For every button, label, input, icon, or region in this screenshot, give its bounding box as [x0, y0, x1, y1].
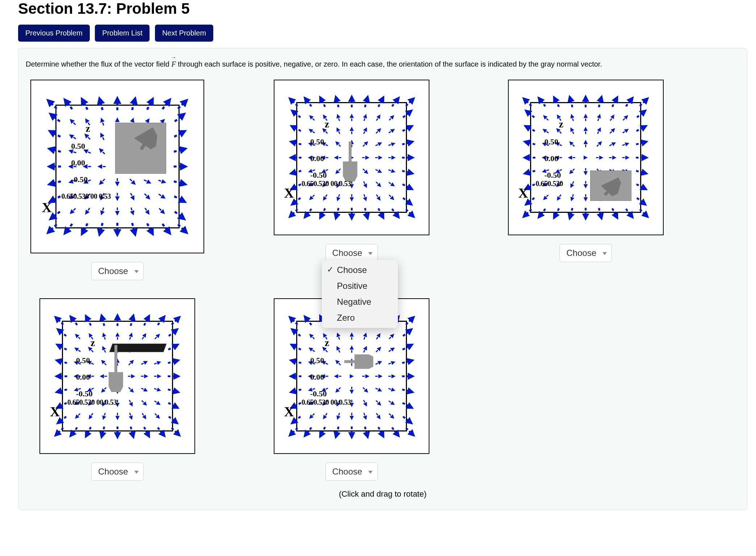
svg-line-83	[137, 134, 156, 149]
svg-line-149	[363, 169, 366, 172]
svg-line-221	[572, 194, 574, 199]
z-tick-labels-1: z 0.50 0.00 -0.50	[71, 123, 90, 191]
svg-line-110	[403, 111, 410, 117]
svg-line-215	[572, 116, 574, 121]
dropdown-option-positive[interactable]: Positive	[322, 278, 398, 294]
svg-line-238	[609, 143, 614, 146]
svg-line-187	[527, 111, 534, 117]
select-wrap-5: Choose	[326, 463, 378, 481]
svg-line-265	[102, 426, 104, 435]
svg-line-300	[103, 348, 105, 352]
normal-vector-2	[343, 138, 357, 181]
svg-line-258	[131, 317, 133, 325]
svg-line-230	[598, 129, 600, 134]
plot-frame-4[interactable]: z 0.50 0.00 -0.50 X 0.650.530 00 0.53	[39, 298, 195, 454]
svg-line-178	[525, 209, 532, 215]
svg-line-100	[378, 208, 383, 216]
svg-line-347	[306, 427, 311, 435]
svg-line-81	[159, 208, 163, 212]
svg-line-387	[337, 387, 340, 391]
svg-line-92	[392, 99, 398, 106]
svg-line-93	[406, 100, 412, 106]
nav-buttons: Previous Problem Problem List Next Probl…	[18, 25, 756, 42]
svg-line-260	[158, 318, 164, 325]
svg-line-157	[376, 182, 379, 185]
svg-line-3	[83, 101, 88, 110]
x-axis-label-1: X	[42, 199, 52, 215]
svg-line-277	[59, 416, 66, 422]
svg-line-32	[175, 212, 183, 218]
svg-line-253	[56, 318, 63, 324]
svg-line-278	[169, 330, 176, 336]
plot-frame-2[interactable]: z 0.50 0.00 -0.50 X 0.650.530 00 0.53	[274, 80, 429, 235]
svg-line-12	[83, 223, 88, 232]
svg-line-332	[155, 401, 159, 404]
dropdown-option-choose[interactable]: Choose	[322, 262, 398, 278]
dropdown-option-zero[interactable]: Zero	[322, 310, 398, 326]
svg-line-101	[392, 209, 398, 216]
svg-line-179	[540, 209, 546, 216]
svg-line-305	[104, 413, 105, 418]
svg-line-352	[378, 427, 383, 435]
svg-line-368	[403, 416, 410, 422]
previous-problem-button[interactable]: Previous Problem	[18, 25, 90, 42]
plot-cell-4: z 0.50 0.00 -0.50 X 0.650.530 00 0.53 Ch…	[39, 298, 195, 481]
svg-line-229	[598, 116, 600, 121]
plot-frame-3[interactable]: z 0.50 0.00 -0.50 X 0.650.530	[508, 80, 664, 235]
choose-select-3[interactable]: Choose	[559, 244, 612, 262]
svg-line-80	[159, 194, 164, 197]
svg-line-172	[570, 98, 572, 107]
svg-line-135	[337, 169, 340, 172]
svg-line-349	[336, 426, 338, 435]
svg-line-196	[636, 142, 645, 144]
svg-line-19	[52, 115, 60, 121]
z-tick-0: 0.50	[310, 356, 329, 365]
svg-line-1	[49, 102, 56, 109]
choose-select-4[interactable]: Choose	[91, 463, 144, 481]
instructions-pre: Determine whether the flux of the vector…	[26, 60, 171, 68]
svg-line-408	[375, 388, 380, 390]
svg-line-282	[168, 389, 177, 391]
svg-line-331	[154, 388, 159, 390]
svg-line-20	[51, 132, 60, 137]
svg-line-416	[388, 401, 393, 404]
svg-line-107	[292, 170, 301, 173]
svg-line-259	[144, 317, 148, 325]
z-tick-0: 0.50	[310, 137, 329, 147]
svg-line-153	[376, 130, 379, 133]
dropdown-option-negative[interactable]: Negative	[322, 294, 398, 310]
plot-cell-2: z 0.50 0.00 -0.50 X 0.650.530 00 0.53 Ch…	[274, 80, 429, 280]
svg-line-214	[558, 194, 561, 199]
plot-frame-1[interactable]: z 0.50 0.00 -0.50 X 0.650.530 00 0.53	[30, 80, 204, 253]
svg-line-24	[51, 196, 60, 201]
svg-line-355	[293, 330, 300, 336]
svg-line-176	[626, 99, 632, 106]
svg-line-51	[101, 179, 105, 183]
svg-line-154	[375, 143, 380, 146]
plot-cell-1: z 0.50 0.00 -0.50 X 0.650.530 00 0.53 Ch…	[30, 80, 204, 280]
svg-line-109	[293, 198, 300, 203]
svg-line-303	[102, 387, 106, 391]
vector-field-5	[286, 311, 417, 442]
svg-line-236	[610, 116, 613, 121]
svg-line-147	[363, 143, 366, 146]
problem-list-button[interactable]: Problem List	[95, 25, 150, 42]
svg-line-413	[388, 362, 393, 364]
svg-line-284	[169, 416, 176, 422]
svg-line-39	[71, 208, 75, 212]
svg-line-367	[402, 403, 410, 407]
svg-line-271	[59, 330, 66, 336]
choose-select-5[interactable]: Choose	[326, 463, 378, 481]
svg-line-116	[403, 198, 410, 203]
svg-line-291	[76, 413, 80, 417]
choose-select-2[interactable]: Choose	[326, 244, 378, 262]
svg-line-27	[175, 132, 184, 137]
svg-line-65	[130, 179, 134, 183]
svg-line-160	[388, 130, 393, 133]
z-axis-label: z	[85, 123, 90, 134]
next-problem-button[interactable]: Next Problem	[155, 25, 213, 42]
z-axis-label: z	[325, 118, 329, 130]
svg-line-151	[364, 194, 366, 199]
choose-select-1[interactable]: Choose	[91, 262, 144, 280]
svg-line-146	[364, 129, 366, 134]
